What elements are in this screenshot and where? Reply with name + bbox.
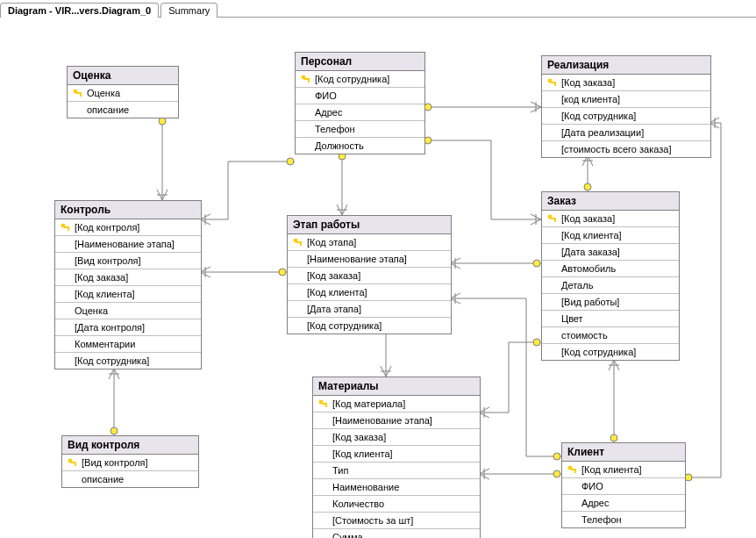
attribute-row[interactable]: Телефон: [296, 121, 424, 138]
attribute-row[interactable]: Цвет: [542, 311, 679, 327]
attribute-row[interactable]: [Код заказа]: [55, 269, 201, 286]
attribute-name: Должность: [315, 140, 421, 151]
attribute-name: [Код контроля]: [75, 222, 197, 233]
entity-материалы[interactable]: Материалы[Код материала][Наименование эт…: [312, 377, 481, 538]
attribute-row[interactable]: [Код сотрудника]: [542, 108, 710, 125]
attribute-icon-slot: [546, 230, 558, 240]
attribute-row[interactable]: [Код контроля]: [55, 219, 201, 236]
attribute-row[interactable]: [код клиента]: [542, 91, 710, 108]
attribute-row[interactable]: Адрес: [296, 104, 424, 121]
entity-title[interactable]: Контроль: [55, 201, 201, 219]
entity-title[interactable]: Клиент: [562, 443, 685, 462]
attribute-row[interactable]: [Код клиента]: [562, 462, 685, 478]
attribute-row[interactable]: стоимость: [542, 327, 679, 344]
tab-summary[interactable]: Summary: [160, 3, 218, 18]
attribute-row[interactable]: [Вид работы]: [542, 294, 679, 311]
entity-заказ[interactable]: Заказ[Код заказа][Код клиента][Дата зака…: [541, 191, 680, 361]
attribute-icon-slot: [299, 107, 311, 118]
attribute-icon-slot: [546, 297, 558, 307]
attribute-row[interactable]: [Код сотрудника]: [542, 344, 679, 360]
attribute-row[interactable]: [Код клиента]: [542, 227, 679, 244]
attribute-row[interactable]: [Код заказа]: [542, 75, 710, 91]
attribute-icon-slot: [71, 104, 83, 115]
entity-оценка[interactable]: ОценкаОценкаописание: [67, 66, 179, 118]
attribute-row[interactable]: [Наименование этапа]: [313, 412, 480, 429]
attribute-name: [Код заказа]: [307, 270, 447, 281]
attribute-name: [Код клиента]: [561, 230, 675, 240]
attribute-row[interactable]: Деталь: [542, 277, 679, 294]
entity-title[interactable]: Персонал: [296, 53, 424, 71]
tab-bar: Diagram - VIR...vers.Diagram_0 Summary: [0, 0, 756, 18]
attribute-icon-slot: [546, 127, 558, 138]
svg-point-14: [553, 453, 560, 460]
attribute-name: описание: [82, 474, 195, 484]
attribute-row[interactable]: Должность: [296, 138, 424, 154]
attribute-name: Деталь: [561, 280, 675, 291]
attribute-name: Адрес: [581, 498, 681, 508]
attribute-row[interactable]: [Код сотрудника]: [296, 71, 424, 88]
attribute-row[interactable]: Наименование: [313, 479, 480, 496]
tab-diagram[interactable]: Diagram - VIR...vers.Diagram_0: [0, 3, 159, 18]
attribute-name: [Вид работы]: [561, 297, 675, 307]
attribute-row[interactable]: ФИО: [562, 478, 685, 495]
attribute-row[interactable]: [Вид контроля]: [62, 455, 198, 471]
attribute-row[interactable]: [Дата реализации]: [542, 125, 710, 141]
attribute-name: [Код клиента]: [75, 289, 197, 299]
entity-title[interactable]: Вид контроля: [62, 436, 198, 455]
attribute-row[interactable]: [Код клиента]: [55, 286, 201, 303]
attribute-row[interactable]: описание: [68, 102, 178, 118]
attribute-row[interactable]: [Код сотрудника]: [55, 353, 201, 369]
attribute-row[interactable]: Комментарии: [55, 336, 201, 353]
primary-key-icon: [546, 77, 558, 88]
attribute-name: [Вид контроля]: [82, 457, 195, 468]
attribute-row[interactable]: [Вид контроля]: [55, 253, 201, 269]
diagram-canvas[interactable]: ОценкаОценкаописаниеПерсонал[Код сотрудн…: [0, 18, 756, 538]
attribute-row[interactable]: [Дата заказа]: [542, 244, 679, 261]
entity-контроль[interactable]: Контроль[Код контроля][Наименование этап…: [54, 200, 202, 369]
attribute-row[interactable]: ФИО: [296, 88, 424, 104]
svg-point-10: [111, 427, 118, 434]
attribute-icon-slot: [546, 144, 558, 154]
attribute-row[interactable]: [Наименование этапа]: [55, 236, 201, 253]
attribute-name: Адрес: [315, 107, 421, 118]
attribute-row[interactable]: Адрес: [562, 495, 685, 512]
attribute-row[interactable]: Телефон: [562, 512, 685, 527]
attribute-row[interactable]: Сумма: [313, 529, 480, 538]
entity-title[interactable]: Этап работы: [288, 216, 451, 234]
entity-этап[interactable]: Этап работы[Код этапа][Наименование этап…: [287, 215, 452, 334]
primary-key-icon: [299, 74, 311, 84]
attribute-row[interactable]: описание: [62, 471, 198, 487]
entity-реализация[interactable]: Реализация[Код заказа][код клиента][Код …: [541, 55, 711, 158]
attribute-row[interactable]: Тип: [313, 463, 480, 479]
attribute-row[interactable]: [Код заказа]: [288, 268, 451, 284]
attribute-name: [Код сотрудника]: [307, 320, 447, 331]
attribute-row[interactable]: [Дата этапа]: [288, 301, 451, 318]
attribute-row[interactable]: [Стоимость за шт]: [313, 513, 480, 529]
attribute-row[interactable]: [стоимость всего заказа]: [542, 141, 710, 157]
entity-title[interactable]: Реализация: [542, 56, 710, 75]
entity-персонал[interactable]: Персонал[Код сотрудника]ФИОАдресТелефонД…: [295, 52, 425, 154]
attribute-name: [Наименование этапа]: [75, 239, 197, 249]
attribute-row[interactable]: [Код заказа]: [313, 429, 480, 446]
attribute-name: Количество: [332, 499, 476, 509]
attribute-row[interactable]: [Код материала]: [313, 396, 480, 412]
attribute-name: [Код сотрудника]: [315, 74, 421, 84]
attribute-row[interactable]: Оценка: [68, 85, 178, 102]
attribute-row[interactable]: Количество: [313, 496, 480, 513]
attribute-row[interactable]: [Код сотрудника]: [288, 318, 451, 334]
attribute-row[interactable]: Оценка: [55, 303, 201, 319]
attribute-row[interactable]: Автомобиль: [542, 261, 679, 277]
entity-title[interactable]: Оценка: [68, 67, 178, 85]
attribute-row[interactable]: [Дата контроля]: [55, 319, 201, 336]
entity-клиент[interactable]: Клиент[Код клиента]ФИОАдресТелефон: [561, 442, 686, 528]
attribute-row[interactable]: [Код заказа]: [542, 211, 679, 227]
entity-title[interactable]: Заказ: [542, 192, 679, 211]
primary-key-icon: [566, 464, 578, 475]
attribute-row[interactable]: [Код этапа]: [288, 234, 451, 251]
attribute-name: [Вид контроля]: [75, 255, 197, 266]
attribute-row[interactable]: [Код клиента]: [313, 446, 480, 463]
entity-видконтроля[interactable]: Вид контроля[Вид контроля]описание: [61, 435, 199, 488]
entity-title[interactable]: Материалы: [313, 377, 480, 396]
attribute-row[interactable]: [Наименование этапа]: [288, 251, 451, 268]
attribute-row[interactable]: [Код клиента]: [288, 284, 451, 301]
